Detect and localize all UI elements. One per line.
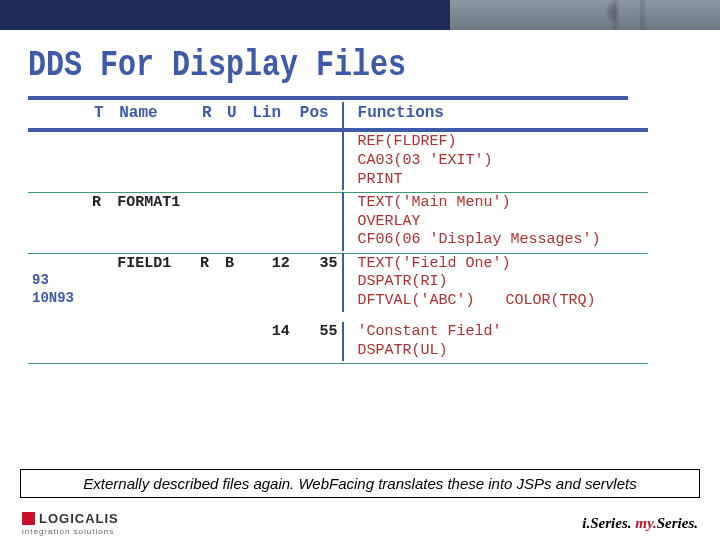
func-text: CA03(03 'EXIT'): [358, 152, 644, 171]
logo-text: LOGICALIS: [39, 511, 119, 526]
func-text: DSPATR(UL): [358, 342, 644, 361]
func-text: DSPATR(RI): [358, 273, 644, 292]
cell-name: FIELD1: [113, 253, 196, 312]
col-t: T: [88, 102, 113, 130]
func-text: TEXT('Field One'): [358, 255, 644, 274]
func-text: PRINT: [358, 171, 644, 190]
table-row: x 93 10N93 FIELD1 R B 12 35 TEXT('Field …: [28, 253, 648, 312]
func-text: OVERLAY: [358, 213, 644, 232]
cell-t: R: [88, 192, 113, 251]
col-functions: Functions: [343, 102, 648, 130]
col-r: R: [196, 102, 221, 130]
header-photo: [450, 0, 720, 30]
indicator: 93: [32, 272, 84, 290]
func-text: TEXT('Main Menu'): [358, 194, 644, 213]
slide-body: DDS For Display Files T Name R U Lin Pos…: [0, 38, 720, 364]
table-row: REF(FLDREF) CA03(03 'EXIT') PRINT: [28, 130, 648, 190]
col-lin: Lin: [246, 102, 294, 130]
dds-header: T Name R U Lin Pos Functions: [28, 102, 648, 130]
table-row: 14 55 'Constant Field' DSPATR(UL): [28, 322, 648, 362]
cell-lin: 14: [246, 322, 294, 362]
logicalis-logo: LOGICALIS integration solutions: [22, 511, 119, 536]
cell-pos: 35: [294, 253, 343, 312]
cell-r: R: [196, 253, 221, 312]
cell-name: FORMAT1: [113, 192, 196, 251]
header-stripe: [0, 30, 720, 38]
col-name: Name: [113, 102, 196, 130]
func-text: REF(FLDREF): [358, 133, 644, 152]
cell-pos: 55: [294, 322, 343, 362]
title-underline: [28, 96, 628, 100]
indicator: 10N93: [32, 290, 84, 308]
cell-u: B: [221, 253, 246, 312]
logo-subtext: integration solutions: [22, 527, 114, 536]
cell-lin: 12: [246, 253, 294, 312]
func-text: COLOR(TRQ): [506, 292, 596, 309]
func-text: 'Constant Field': [358, 323, 644, 342]
logo-square-icon: [22, 512, 35, 525]
dds-table: T Name R U Lin Pos Functions REF(FLDREF)…: [28, 102, 648, 364]
func-text: DFTVAL('ABC'): [358, 292, 475, 309]
header-bar: [0, 0, 720, 38]
func-text: CF06(06 'Display Messages'): [358, 231, 644, 250]
col-pos: Pos: [294, 102, 343, 130]
table-row: R FORMAT1 TEXT('Main Menu') OVERLAY CF06…: [28, 192, 648, 251]
footer: LOGICALIS integration solutions i.Series…: [0, 506, 720, 540]
caption-box: Externally described files again. WebFac…: [20, 469, 700, 498]
series-text: i.Series. my.Series.: [582, 515, 698, 532]
slide-title: DDS For Display Files: [28, 44, 700, 87]
col-u: U: [221, 102, 246, 130]
